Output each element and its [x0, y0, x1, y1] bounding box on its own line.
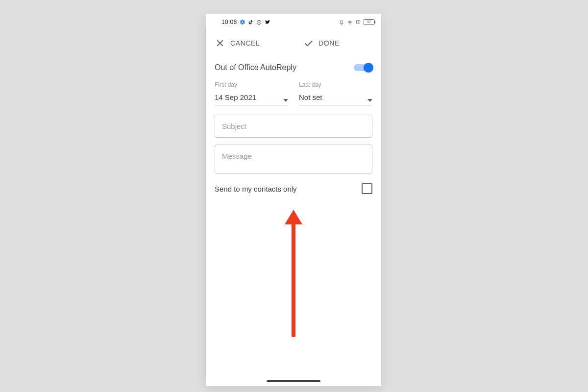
- cancel-label: CANCEL: [230, 39, 260, 47]
- chevron-down-icon: [283, 95, 288, 100]
- done-button[interactable]: DONE: [290, 39, 378, 48]
- last-day-value: Not set: [299, 93, 322, 101]
- whatsapp-icon: [256, 19, 262, 25]
- svg-point-0: [257, 20, 261, 24]
- done-label: DONE: [318, 39, 340, 47]
- charge-icon: [355, 19, 361, 25]
- autoreply-toggle-row: Out of Office AutoReply: [215, 60, 372, 81]
- app-bar: CANCEL DONE: [206, 30, 381, 56]
- dnd-bell-icon: [339, 19, 344, 25]
- status-time: 10:06: [221, 19, 237, 25]
- phone-frame: 10:06 97: [206, 14, 381, 386]
- contacts-only-checkbox[interactable]: [362, 183, 372, 194]
- message-input[interactable]: Message: [215, 145, 372, 173]
- contacts-only-label: Send to my contacts only: [215, 185, 297, 193]
- subject-input[interactable]: Subject: [215, 115, 372, 138]
- autoreply-label: Out of Office AutoReply: [215, 63, 296, 72]
- tiktok-icon: [248, 19, 254, 25]
- chevron-down-icon: [368, 95, 372, 100]
- home-indicator: [267, 380, 320, 382]
- annotation-arrow: [290, 210, 297, 337]
- last-day-picker[interactable]: Not set: [299, 91, 372, 106]
- cancel-button[interactable]: CANCEL: [209, 39, 290, 48]
- subject-placeholder: Subject: [222, 122, 246, 130]
- first-day-label: First day: [215, 81, 288, 88]
- autoreply-switch[interactable]: [354, 63, 372, 73]
- check-icon: [304, 39, 313, 48]
- twitter-icon: [265, 19, 270, 25]
- first-day-value: 14 Sep 2021: [215, 93, 256, 101]
- settings-gear-icon: [240, 19, 245, 25]
- settings-content: Out of Office AutoReply First day 14 Sep…: [206, 56, 381, 197]
- wifi-icon: [347, 19, 353, 25]
- date-range: First day 14 Sep 2021 Last day Not set: [215, 81, 372, 106]
- close-icon: [216, 39, 224, 48]
- battery-indicator: 97: [364, 19, 374, 25]
- status-bar: 10:06 97: [206, 14, 381, 30]
- contacts-only-row: Send to my contacts only: [215, 180, 372, 197]
- message-placeholder: Message: [222, 152, 252, 160]
- first-day-picker[interactable]: 14 Sep 2021: [215, 91, 288, 106]
- last-day-label: Last day: [299, 81, 372, 88]
